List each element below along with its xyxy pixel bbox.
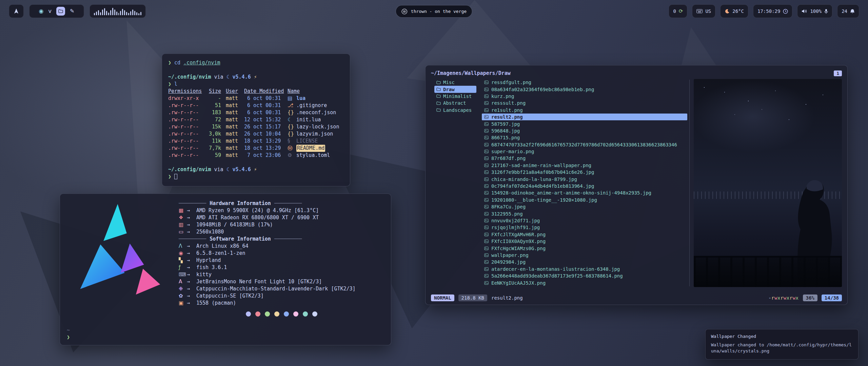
color-dot (255, 311, 260, 317)
file-row[interactable]: 19201080-__blue-tinge__-1920×1080.jpg (482, 197, 687, 203)
launcher-button[interactable] (9, 4, 24, 18)
info-value: kitty (196, 271, 212, 278)
file-row[interactable]: wallpaper.png (482, 252, 687, 259)
zap-icon: ⚡ (254, 74, 257, 81)
audio-visualizer-widget[interactable] (90, 4, 146, 18)
file-row[interactable]: 0c794faf07de24a4db4d4fb1eb813964.jpg (482, 183, 687, 189)
file-row[interactable]: resssult.png (482, 100, 687, 106)
ls-row: .rw-r--r-- 51 matt 6 oct 00:31 ⎇ .gitign… (168, 102, 344, 109)
ls-output: drwxr-xr-x - matt 6 oct 00:31 ▤ lua .rw-… (168, 95, 344, 159)
notifications-widget[interactable]: 24 (837, 4, 859, 18)
directory-item[interactable]: Abstract (434, 100, 476, 106)
file-manager-window[interactable]: ~/Imagenes/Wallpapers/Draw 1 Misc Draw (425, 65, 848, 305)
file-name: 19201080-__blue-tinge__-1920×1080.jpg (491, 197, 597, 203)
file-name: wallpaper.png (491, 252, 529, 258)
visualizer-bar (104, 8, 105, 15)
file-row[interactable]: 5a266e448add93deab367d87173e9f25-6837886… (482, 272, 687, 279)
visualizer-bar (120, 11, 121, 15)
directory-item[interactable]: Landscapes (434, 107, 476, 114)
image-file-icon (484, 274, 489, 278)
command-ls: l (174, 81, 177, 88)
file-row[interactable]: 587597.jpg (482, 120, 687, 127)
file-name: FXfcII0X0AQyn9X.png (491, 239, 546, 244)
file-row[interactable]: 217167-sad-anime-rain-wallpaper.png (482, 162, 687, 169)
file-row[interactable]: kurz.png (482, 93, 687, 100)
info-value: Catppuccin-SE [GTK2/3] (196, 292, 264, 300)
file-row[interactable]: FXfcJlTXgAMvH6R.png (482, 231, 687, 238)
topbar-right: 0 ⟳ US 26°C 17:50:29 100% (669, 4, 859, 18)
visualizer-bar (94, 13, 95, 15)
clock-widget[interactable]: 17:50:29 (753, 4, 792, 18)
file-name: 87r687df.png (491, 156, 526, 161)
notification-toast[interactable]: Wallpaper Changed Wallpaper changed to /… (705, 329, 859, 360)
visualizer-bar (96, 12, 97, 15)
directory-name: Draw (443, 87, 455, 92)
file-row[interactable]: re1sult.png (482, 107, 687, 114)
lua-icon: ☾ (226, 74, 233, 81)
file-row[interactable]: 20492984.jpg (482, 259, 687, 265)
image-file-icon (484, 253, 489, 257)
image-file-icon (484, 80, 489, 84)
workspace-2[interactable]: v (48, 8, 52, 14)
file-row[interactable]: result2.png (482, 114, 687, 120)
file-row[interactable]: 87r687df.png (482, 155, 687, 162)
preview-railing (694, 256, 842, 287)
file-row[interactable]: FXfcHgcWIAMzs0G.png (482, 245, 687, 251)
image-file-icon (484, 156, 489, 160)
directory-item[interactable]: Misc (434, 79, 476, 86)
file-row[interactable]: 8FKa7Cu.jpeg (482, 203, 687, 210)
workspace-3-active[interactable] (56, 7, 65, 16)
weather-widget[interactable]: 26°C (720, 4, 748, 18)
software-info-list: Λ → Arch Linux x86_64 ◉ → 6.5.8-zen1-1-z… (179, 243, 384, 307)
visualizer-bar (134, 11, 135, 15)
fetch-window[interactable]: ───────── Hardware Information ─────────… (60, 194, 391, 345)
workspace-4[interactable]: ✎ (70, 8, 74, 14)
file-name: LICENSE (296, 138, 318, 145)
file-row[interactable]: nnvuv0xj2df71.jpg (482, 217, 687, 224)
file-row[interactable]: ressdfgult.png (482, 79, 687, 86)
file-row[interactable]: super-mario.png (482, 148, 687, 155)
updates-widget[interactable]: 0 ⟳ (669, 4, 687, 18)
pane-divider (689, 80, 690, 286)
workspace-1[interactable]: ◉ (39, 8, 44, 14)
terminal-input-line[interactable]: ❯ (168, 173, 344, 180)
lua-icon: ☾ (226, 166, 233, 173)
file-type-icon: {} (288, 130, 296, 138)
weather-temp: 26°C (732, 8, 744, 14)
file-name: kurz.png (491, 94, 514, 99)
file-name: super-mario.png (491, 149, 534, 154)
visualizer-bar (138, 13, 139, 15)
file-row[interactable]: 154928-odinokoe_anime-art-anime-okno-sin… (482, 189, 687, 196)
image-file-icon (484, 115, 489, 119)
directory-item[interactable]: Minimalist (434, 93, 476, 100)
file-row[interactable]: FXfcII0X0AQyn9X.png (482, 238, 687, 245)
zap-icon: ⚡ (254, 166, 257, 173)
ls-row: drwxr-xr-x - matt 6 oct 00:31 ▤ lua (168, 95, 344, 102)
file-row[interactable]: 08a634fa02a32364f69ebc86a98eb1eb.png (482, 86, 687, 93)
ls-header: Permissions Size User Date Modified Name (168, 88, 344, 95)
file-name: lua (296, 95, 305, 102)
file-type-icon: ⚙ (288, 152, 296, 159)
tab-indicator[interactable]: 1 (834, 70, 842, 76)
file-row[interactable]: EeNKYgIUcAAJ5JX.png (482, 279, 687, 286)
shell-prompt: ~/.config/nvim via ☾ v5.4.6 ⚡ (168, 166, 344, 173)
directory-item[interactable]: Draw (434, 86, 476, 93)
file-row[interactable]: 3126f7e9bbf21a8a4af0b67b041c6e26.jpg (482, 169, 687, 176)
file-row[interactable]: atardecer-en-la-montanas-ilustracion-634… (482, 266, 687, 272)
file-row[interactable]: 866715.png (482, 134, 687, 141)
music-player-widget[interactable]: thrown - on the verge (396, 5, 472, 18)
file-row[interactable]: chica-mirando-la-luna-8799.jpg (482, 176, 687, 182)
file-row[interactable]: rsjqojlmjhf91.jpg (482, 224, 687, 231)
file-row[interactable]: 68747470733a2f2f696d616765732d7769786d70… (482, 141, 687, 148)
info-value: JetBrainsMono Nerd Font Light 10 [GTK2/3… (196, 278, 322, 285)
parent-directory-list: Misc Draw Minimalist (431, 79, 476, 287)
permissions-string: -rwxrwxrwx (768, 295, 798, 301)
file-name: chica-mirando-la-luna-8799.jpg (491, 177, 577, 182)
terminal-command: ❯ cd .config/nvim (168, 59, 344, 66)
keyboard-layout-widget[interactable]: US (692, 4, 715, 18)
terminal-window[interactable]: ❯ cd .config/nvim ~/.config/nvim via ☾ v… (162, 54, 350, 186)
file-row[interactable]: 3122955.png (482, 210, 687, 217)
info-value: Catppuccin-Macchiato-Standard-Lavender-D… (196, 285, 356, 292)
file-row[interactable]: 596848.jpg (482, 127, 687, 134)
volume-widget[interactable]: 100% (797, 4, 832, 18)
